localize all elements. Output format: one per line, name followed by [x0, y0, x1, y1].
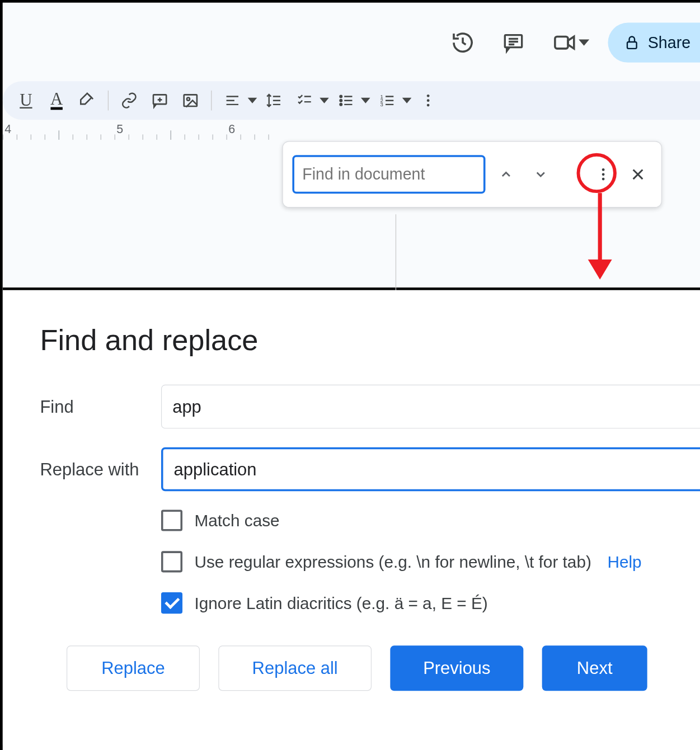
meet-dropdown-icon[interactable]: [579, 37, 589, 48]
svg-point-44: [602, 173, 605, 176]
match-case-checkbox[interactable]: [161, 510, 182, 531]
find-bar: [283, 141, 662, 207]
formatting-toolbar: U A: [3, 81, 700, 120]
ruler-tick: [227, 134, 227, 140]
ruler-tick: [101, 134, 101, 140]
bullet-list-button[interactable]: [332, 87, 360, 115]
svg-point-41: [427, 104, 430, 107]
ruler-mark: 5: [116, 122, 123, 136]
next-button[interactable]: Next: [542, 645, 647, 691]
match-case-label: Match case: [194, 511, 279, 530]
svg-point-39: [427, 95, 430, 97]
add-comment-button[interactable]: [146, 87, 174, 115]
toolbar-separator: [108, 91, 109, 111]
ruler-tick: [143, 134, 143, 140]
ruler-tick: [241, 134, 241, 140]
horizontal-ruler: 4 5 6: [3, 122, 700, 140]
ruler-tick: [115, 134, 115, 140]
numbered-list-dropdown-icon[interactable]: [402, 96, 412, 105]
ruler-tick: [185, 134, 185, 140]
highlight-button[interactable]: [73, 87, 101, 115]
svg-rect-12: [184, 95, 197, 106]
align-button[interactable]: [218, 87, 246, 115]
svg-point-29: [340, 103, 342, 106]
document-area: [283, 141, 700, 287]
insert-link-button[interactable]: [115, 87, 143, 115]
numbered-list-button[interactable]: 123: [373, 87, 401, 115]
bullet-list-dropdown-icon[interactable]: [361, 96, 370, 105]
docs-app-top: Share U A: [3, 3, 700, 290]
line-spacing-button[interactable]: [260, 87, 288, 115]
comments-icon[interactable]: [497, 27, 529, 59]
meet-icon[interactable]: [548, 27, 580, 59]
svg-point-27: [340, 100, 342, 102]
regex-help-link[interactable]: Help: [607, 552, 641, 572]
replace-all-button[interactable]: Replace all: [218, 645, 372, 691]
checklist-dropdown-icon[interactable]: [320, 96, 329, 105]
find-replace-dialog: Find and replace Find 4 of 20 Replace wi…: [3, 290, 700, 745]
svg-marker-6: [579, 39, 589, 45]
ruler-tick: [87, 134, 87, 140]
diacritics-label: Ignore Latin diacritics (e.g. ä = a, E =…: [194, 593, 487, 613]
ruler-tick: [73, 134, 73, 140]
share-label: Share: [648, 34, 690, 52]
svg-marker-31: [361, 98, 370, 103]
lock-icon: [624, 35, 640, 51]
checklist-button[interactable]: [290, 87, 318, 115]
diacritics-checkbox[interactable]: [161, 592, 182, 614]
svg-rect-7: [627, 42, 637, 49]
ruler-tick: [129, 134, 129, 140]
text-color-button[interactable]: A: [43, 87, 71, 115]
previous-button[interactable]: Previous: [390, 645, 523, 691]
more-tools-button[interactable]: [414, 87, 442, 115]
ruler-tick: [157, 134, 157, 140]
ruler-tick: [45, 134, 45, 140]
find-label: Find: [40, 397, 161, 417]
svg-point-43: [602, 168, 605, 171]
ruler-tick: [171, 130, 171, 140]
toolbar-separator: [211, 91, 212, 111]
ruler-tick: [31, 134, 31, 140]
ruler-tick: [269, 134, 269, 140]
svg-point-45: [602, 178, 605, 181]
svg-point-40: [427, 99, 430, 102]
underline-button[interactable]: U: [12, 87, 40, 115]
ruler-mark: 4: [4, 122, 11, 136]
ruler-tick: [255, 134, 255, 140]
find-close-button[interactable]: [624, 161, 652, 188]
header-row: Share: [3, 3, 700, 69]
find-next-button[interactable]: [527, 161, 555, 188]
dialog-title: Find and replace: [40, 323, 700, 357]
find-prev-button[interactable]: [492, 161, 520, 188]
find-input[interactable]: [292, 155, 485, 194]
ruler-tick: [213, 134, 213, 140]
svg-point-25: [340, 96, 342, 98]
page-edge: [396, 214, 396, 294]
svg-point-13: [187, 98, 190, 101]
find-more-options-button[interactable]: [589, 161, 617, 188]
svg-marker-38: [402, 98, 412, 103]
regex-checkbox[interactable]: [161, 551, 182, 572]
ruler-tick: [17, 134, 17, 140]
svg-marker-17: [248, 98, 257, 103]
insert-image-button[interactable]: [176, 87, 204, 115]
replace-field[interactable]: [161, 447, 700, 492]
ruler-tick: [199, 134, 199, 140]
ruler-tick: [59, 130, 59, 140]
composite-frame: Share U A: [0, 0, 700, 750]
svg-text:3: 3: [380, 101, 383, 107]
regex-label: Use regular expressions (e.g. \n for new…: [194, 552, 591, 572]
replace-label: Replace with: [40, 459, 161, 480]
replace-button[interactable]: Replace: [67, 645, 200, 691]
align-dropdown-icon[interactable]: [248, 96, 257, 105]
find-field[interactable]: [161, 385, 700, 429]
ruler-mark: 6: [228, 122, 235, 136]
share-button[interactable]: Share: [608, 22, 700, 62]
history-icon[interactable]: [447, 27, 478, 59]
svg-rect-4: [555, 36, 568, 48]
ruler-tick: [3, 134, 3, 140]
svg-marker-24: [320, 98, 329, 103]
